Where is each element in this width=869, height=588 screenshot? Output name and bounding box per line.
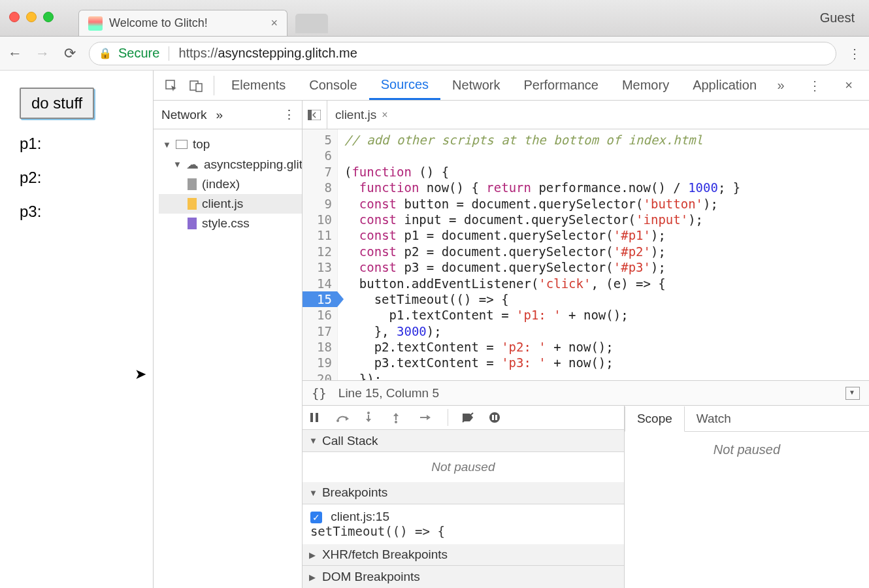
browser-toolbar: ← → ⟳ 🔒 Secure https://asyncstepping.gli… xyxy=(0,37,869,71)
debugger-pane: ▼Call Stack Not paused ▼Breakpoints ✓ cl… xyxy=(303,405,869,588)
step-icon[interactable] xyxy=(419,413,434,422)
secure-label: Secure xyxy=(118,46,159,61)
svg-point-7 xyxy=(336,419,339,422)
call-stack-header[interactable]: ▼Call Stack xyxy=(303,430,624,452)
code-editor[interactable]: 56789101112131415161718192021 // add oth… xyxy=(303,129,869,380)
file-tree: ▼ top ▼ ☁ asyncstepping.glitc (index) cl… xyxy=(154,129,302,588)
svg-point-8 xyxy=(367,412,370,414)
svg-rect-6 xyxy=(316,413,318,422)
sidebar-tab-network[interactable]: Network xyxy=(161,108,207,122)
more-tabs-icon[interactable]: » xyxy=(770,74,792,97)
breakpoint-code: setTimeout(() => { xyxy=(310,524,445,538)
cursor-position: Line 15, Column 5 xyxy=(338,386,439,400)
minimize-window-button[interactable] xyxy=(26,12,37,22)
lock-icon: 🔒 xyxy=(99,47,112,59)
p2-label: p2: xyxy=(20,169,133,187)
scope-tab[interactable]: Scope xyxy=(625,406,685,432)
address-bar[interactable]: 🔒 Secure https://asyncstepping.glitch.me xyxy=(89,42,836,65)
editor-statusbar: {} Line 15, Column 5 xyxy=(303,380,869,405)
url-text: https://asyncstepping.glitch.me xyxy=(178,46,357,61)
devtools-tab-sources[interactable]: Sources xyxy=(369,71,440,100)
separator xyxy=(169,46,169,61)
breakpoint-checkbox[interactable]: ✓ xyxy=(310,512,322,523)
page-content: do stuff p1: p2: p3: ➤ xyxy=(0,71,154,588)
step-over-icon[interactable] xyxy=(336,412,352,423)
call-stack-body: Not paused xyxy=(303,452,624,482)
devtools-tab-elements[interactable]: Elements xyxy=(220,71,297,100)
close-editor-tab-icon[interactable]: × xyxy=(382,109,387,121)
svg-rect-4 xyxy=(308,110,312,120)
svg-rect-16 xyxy=(495,415,497,420)
devtools-close-icon[interactable]: × xyxy=(838,74,860,97)
show-console-icon[interactable] xyxy=(845,387,860,400)
close-window-button[interactable] xyxy=(9,12,20,22)
browser-tab[interactable]: Welcome to Glitch! × xyxy=(78,10,287,36)
p3-label: p3: xyxy=(20,203,133,221)
p1-label: p1: xyxy=(20,135,133,153)
devtools-menu-icon[interactable]: ⋮ xyxy=(804,74,826,97)
debugger-toolbar xyxy=(303,406,624,430)
tree-top[interactable]: ▼ top xyxy=(159,135,302,154)
favicon xyxy=(88,16,103,31)
breakpoint-row[interactable]: ✓ client.js:15 setTimeout(() => { xyxy=(303,504,624,544)
do-stuff-button[interactable]: do stuff xyxy=(20,88,94,119)
devtools-tab-application[interactable]: Application xyxy=(681,71,768,100)
svg-rect-15 xyxy=(492,415,494,420)
pause-icon[interactable] xyxy=(309,412,325,423)
devtools-tab-performance[interactable]: Performance xyxy=(512,71,610,100)
reload-button[interactable]: ⟳ xyxy=(61,45,78,62)
svg-point-10 xyxy=(395,421,397,423)
tab-title: Welcome to Glitch! xyxy=(109,16,208,30)
dom-breakpoints-header[interactable]: ▶DOM Breakpoints xyxy=(303,566,624,588)
step-into-icon[interactable] xyxy=(364,412,380,423)
close-tab-icon[interactable]: × xyxy=(271,16,278,30)
sidebar-more-icon[interactable]: » xyxy=(216,108,223,122)
tree-file-index[interactable]: (index) xyxy=(159,174,302,194)
mouse-cursor-icon: ➤ xyxy=(135,366,146,383)
devtools: ElementsConsoleSourcesNetworkPerformance… xyxy=(154,71,869,588)
devtools-tabbar: ElementsConsoleSourcesNetworkPerformance… xyxy=(154,71,869,101)
svg-rect-2 xyxy=(196,84,202,91)
profile-label[interactable]: Guest xyxy=(820,10,855,25)
zoom-window-button[interactable] xyxy=(43,12,54,22)
code-body[interactable]: // add other scripts at the bottom of in… xyxy=(338,129,747,380)
editor-tab-clientjs[interactable]: client.js × xyxy=(327,101,396,129)
tree-file-clientjs[interactable]: client.js xyxy=(159,194,302,214)
breakpoints-header[interactable]: ▼Breakpoints xyxy=(303,482,624,504)
deactivate-breakpoints-icon[interactable] xyxy=(461,412,477,423)
scope-body: Not paused xyxy=(625,432,869,588)
pause-on-exceptions-icon[interactable] xyxy=(489,412,504,423)
new-tab-button[interactable] xyxy=(295,14,328,33)
svg-rect-5 xyxy=(310,413,313,422)
traffic-lights xyxy=(9,12,54,22)
line-gutter[interactable]: 56789101112131415161718192021 xyxy=(303,129,338,380)
devtools-tab-memory[interactable]: Memory xyxy=(610,71,681,100)
tree-file-stylecss[interactable]: style.css xyxy=(159,214,302,233)
watch-tab[interactable]: Watch xyxy=(685,406,743,431)
pretty-print-icon[interactable]: {} xyxy=(312,386,327,400)
window-titlebar: Welcome to Glitch! × Guest xyxy=(0,0,869,37)
device-toggle-icon[interactable] xyxy=(185,74,207,97)
back-button[interactable]: ← xyxy=(7,45,24,62)
forward-button: → xyxy=(34,45,51,62)
toggle-navigator-icon[interactable] xyxy=(303,101,327,129)
tree-domain[interactable]: ▼ ☁ asyncstepping.glitc xyxy=(159,154,302,174)
devtools-tab-network[interactable]: Network xyxy=(440,71,512,100)
sources-sidebar: Network » ⋮ ▼ top ▼ ☁ asyncstepping.glit… xyxy=(154,101,303,588)
devtools-tab-console[interactable]: Console xyxy=(297,71,369,100)
svg-point-14 xyxy=(489,412,500,423)
inspect-icon[interactable] xyxy=(160,74,182,97)
sidebar-menu-icon[interactable]: ⋮ xyxy=(283,107,295,122)
step-out-icon[interactable] xyxy=(391,412,407,423)
xhr-breakpoints-header[interactable]: ▶XHR/fetch Breakpoints xyxy=(303,544,624,566)
browser-menu-icon[interactable]: ⋮ xyxy=(847,46,862,61)
